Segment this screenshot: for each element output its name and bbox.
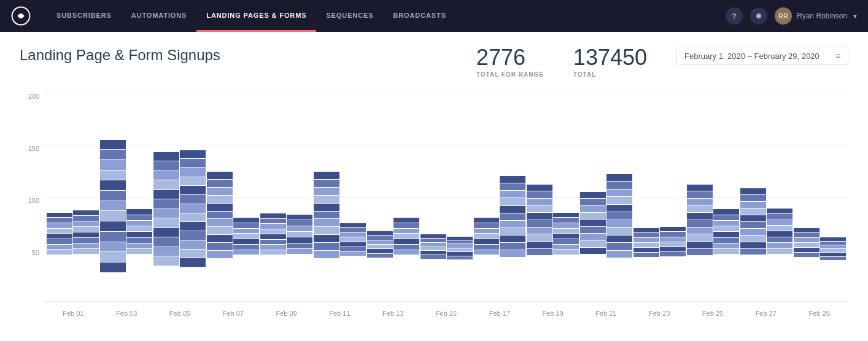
bar-9-1[interactable] <box>553 93 579 301</box>
chevron-down-icon: ▼ <box>852 13 858 20</box>
bar-group-11 <box>634 93 686 301</box>
bar-8-1[interactable] <box>500 93 525 301</box>
user-name: Ryan Robinson <box>797 12 847 20</box>
x-labels: Feb 01Feb 03Feb 05Feb 07Feb 09Feb 11Feb … <box>44 310 848 317</box>
bar-14-1[interactable] <box>820 93 846 301</box>
notifications-button[interactable] <box>750 7 767 25</box>
bar-8-0[interactable] <box>474 93 500 301</box>
bar-11-0[interactable] <box>634 93 659 301</box>
bar-group-3 <box>207 93 259 301</box>
stats-group: 2776 TOTAL FOR RANGE 137450 TOTAL <box>476 47 647 78</box>
bar-group-1 <box>100 93 152 301</box>
chart-container: 200 150 100 50 Feb 01Feb 03Feb 05Feb 07F… <box>20 93 848 326</box>
logo[interactable] <box>10 5 32 27</box>
x-label-14: Feb 29 <box>792 310 846 317</box>
bar-group-4 <box>260 93 312 301</box>
nav-landing-pages[interactable]: Landing Pages & Forms <box>196 0 316 32</box>
x-label-5: Feb 11 <box>313 310 366 317</box>
x-label-12: Feb 25 <box>686 310 740 317</box>
x-label-3: Feb 07 <box>206 310 260 317</box>
bar-13-0[interactable] <box>740 93 766 301</box>
y-label-50: 50 <box>32 249 39 256</box>
bar-5-1[interactable] <box>340 93 366 301</box>
stat-range-number: 2776 <box>476 47 544 69</box>
user-menu[interactable]: RR Ryan Robinson ▼ <box>775 7 858 25</box>
notification-dot <box>756 13 761 18</box>
bar-12-0[interactable] <box>687 93 713 301</box>
x-label-10: Feb 21 <box>579 310 633 317</box>
nav-links: Subscribers Automations Landing Pages & … <box>47 0 726 32</box>
y-label-200: 200 <box>28 93 39 100</box>
chart-inner <box>44 93 848 301</box>
stat-total: 137450 TOTAL <box>573 47 647 78</box>
y-label-150: 150 <box>28 145 39 152</box>
stat-total-label: TOTAL <box>573 71 647 78</box>
nav-subscribers[interactable]: Subscribers <box>47 0 122 32</box>
x-label-7: Feb 15 <box>420 310 473 317</box>
bar-group-6 <box>367 93 419 301</box>
date-separator: – <box>748 52 754 61</box>
bar-0-1[interactable] <box>73 93 99 301</box>
y-label-100: 100 <box>28 197 39 204</box>
stat-range: 2776 TOTAL FOR RANGE <box>476 47 544 78</box>
date-range-text: February 1, 2020 – February 29, 2020 <box>684 52 831 61</box>
help-button[interactable]: ? <box>726 7 743 25</box>
nav-automations[interactable]: Automations <box>122 0 197 32</box>
bar-group-10 <box>580 93 632 301</box>
bar-group-14 <box>794 93 846 301</box>
bar-6-1[interactable] <box>393 93 419 301</box>
bar-group-7 <box>420 93 473 301</box>
calendar-icon: ≡ <box>835 51 840 61</box>
date-end: February 29, 2020 <box>754 52 819 61</box>
bar-group-9 <box>527 93 579 301</box>
bar-3-0[interactable] <box>207 93 233 301</box>
bar-group-8 <box>474 93 526 301</box>
bar-group-12 <box>687 93 739 301</box>
bar-3-1[interactable] <box>233 93 259 301</box>
x-label-6: Feb 13 <box>366 310 420 317</box>
main-content: Landing Page & Form Signups 2776 TOTAL F… <box>0 32 868 326</box>
date-range-picker[interactable]: February 1, 2020 – February 29, 2020 ≡ <box>676 47 848 65</box>
bar-10-0[interactable] <box>580 93 606 301</box>
bar-10-1[interactable] <box>606 93 632 301</box>
x-label-2: Feb 05 <box>153 310 207 317</box>
bar-0-0[interactable] <box>47 93 72 301</box>
bar-2-1[interactable] <box>180 93 206 301</box>
bar-5-0[interactable] <box>314 93 339 301</box>
bar-group-2 <box>153 93 206 301</box>
date-start: February 1, 2020 <box>684 52 745 61</box>
x-label-11: Feb 23 <box>633 310 686 317</box>
bar-1-1[interactable] <box>126 93 152 301</box>
bars-area <box>44 93 848 301</box>
nav-broadcasts[interactable]: Broadcasts <box>383 0 455 32</box>
x-label-1: Feb 03 <box>100 310 153 317</box>
bar-6-0[interactable] <box>367 93 393 301</box>
avatar: RR <box>775 7 792 25</box>
bar-1-0[interactable] <box>100 93 126 301</box>
x-label-4: Feb 09 <box>260 310 313 317</box>
bar-2-0[interactable] <box>153 93 179 301</box>
x-label-8: Feb 17 <box>473 310 526 317</box>
bar-12-1[interactable] <box>713 93 739 301</box>
nav-right: ? RR Ryan Robinson ▼ <box>726 7 858 25</box>
bar-group-13 <box>740 93 792 301</box>
stat-total-number: 137450 <box>573 47 647 69</box>
bar-group-0 <box>47 93 99 301</box>
bar-7-1[interactable] <box>447 93 473 301</box>
y-axis: 200 150 100 50 <box>20 93 44 301</box>
bar-11-1[interactable] <box>660 93 686 301</box>
stat-range-label: TOTAL FOR RANGE <box>476 71 544 78</box>
header-row: Landing Page & Form Signups 2776 TOTAL F… <box>20 47 848 78</box>
navigation: Subscribers Automations Landing Pages & … <box>0 0 868 32</box>
bar-14-0[interactable] <box>794 93 820 301</box>
nav-sequences[interactable]: Sequences <box>316 0 383 32</box>
x-axis: Feb 01Feb 03Feb 05Feb 07Feb 09Feb 11Feb … <box>44 301 848 326</box>
bar-9-0[interactable] <box>527 93 552 301</box>
bar-4-0[interactable] <box>260 93 286 301</box>
bar-7-0[interactable] <box>420 93 446 301</box>
bar-group-5 <box>314 93 366 301</box>
x-label-9: Feb 19 <box>526 310 579 317</box>
bar-4-1[interactable] <box>287 93 312 301</box>
bar-13-1[interactable] <box>767 93 792 301</box>
x-label-0: Feb 01 <box>47 310 100 317</box>
